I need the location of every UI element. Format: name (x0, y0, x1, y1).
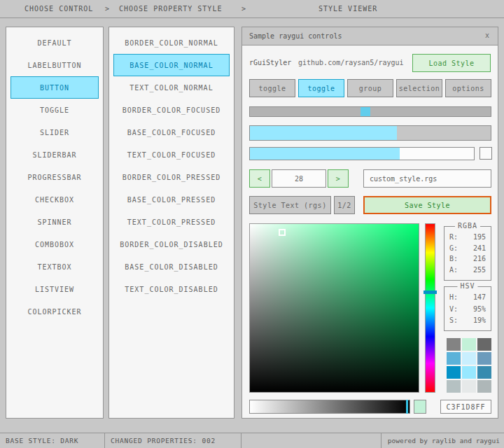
slider-handle[interactable] (360, 107, 370, 116)
app-name-label: rGuiStyler (249, 54, 291, 72)
control-list-item[interactable]: SPINNER (10, 211, 99, 233)
hsv-s-label: S: (449, 316, 458, 324)
rgba-r-label: R: (449, 233, 458, 241)
style-viewer-window: Sample raygui controls x rGuiStyler gith… (241, 27, 498, 419)
window-content: rGuiStyler github.com/raysan5/raygui Loa… (242, 46, 498, 418)
step-choose-property-style: CHOOSE PROPERTY STYLE (119, 0, 222, 18)
color-picker-cursor (279, 229, 286, 236)
toggle-button[interactable]: toggle (249, 79, 295, 97)
style-color-grid (447, 338, 491, 393)
window-titlebar[interactable]: Sample raygui controls x (242, 27, 498, 46)
sample-progress-bar (249, 125, 491, 141)
load-style-button[interactable]: Load Style (412, 54, 491, 72)
style-color-swatch (462, 352, 476, 365)
status-base-style: BASE STYLE: DARK (0, 433, 105, 448)
control-list-item[interactable]: LISTVIEW (10, 278, 99, 300)
style-text-button[interactable]: Style Text (rgs) (249, 196, 331, 214)
control-list-item[interactable]: TOGGLE (10, 99, 99, 121)
style-color-swatch (462, 380, 476, 393)
toggle-button-active[interactable]: toggle (298, 79, 344, 97)
step-style-viewer: STYLE VIEWER (318, 0, 377, 18)
spinner-increment-button[interactable]: > (328, 169, 349, 188)
property-list-item[interactable]: BASE_COLOR_FOCUSED (113, 121, 230, 144)
slider-bar-fill (250, 148, 400, 160)
controls-list-panel: DEFAULT LABELBUTTON BUTTON TOGGLE SLIDER… (6, 27, 104, 419)
step-choose-control: CHOOSE CONTROL (24, 0, 93, 18)
property-list-item-selected[interactable]: BASE_COLOR_NORMAL (113, 54, 230, 76)
hue-bar-handle[interactable] (424, 290, 437, 294)
control-list-item[interactable]: SLIDERBAR (10, 144, 99, 166)
hue-bar[interactable] (425, 223, 435, 393)
property-list-item[interactable]: TEXT_COLOR_NORMAL (113, 76, 230, 99)
style-color-swatch (447, 338, 461, 351)
hsv-s-value: 19% (473, 316, 486, 324)
control-list-item-selected[interactable]: BUTTON (10, 76, 99, 99)
save-style-button[interactable]: Save Style (363, 196, 491, 214)
control-list-item[interactable]: DEFAULT (10, 31, 99, 54)
hsv-v-value: 95% (473, 305, 486, 313)
property-list-item[interactable]: BORDER_COLOR_PRESSED (113, 166, 230, 188)
property-list-item[interactable]: BORDER_COLOR_DISABLED (113, 233, 230, 255)
window-title: Sample raygui controls (249, 27, 342, 45)
style-color-swatch (477, 366, 491, 379)
style-color-swatch (477, 338, 491, 351)
rguistyler-app: CHOOSE CONTROL > CHOOSE PROPERTY STYLE >… (0, 0, 504, 448)
control-list-item[interactable]: COMBOBOX (10, 233, 99, 255)
property-list-item[interactable]: TEXT_COLOR_PRESSED (113, 211, 230, 233)
options-toggle-button[interactable]: options (445, 79, 491, 97)
group-toggle-button[interactable]: group (347, 79, 393, 97)
control-list-item[interactable]: LABELBUTTON (10, 54, 99, 76)
control-list-item[interactable]: COLORPICKER (10, 300, 99, 323)
control-list-item[interactable]: TEXTBOX (10, 255, 99, 278)
rgba-a-row: A: 255 (444, 266, 491, 274)
rgba-a-label: A: (449, 266, 458, 274)
rgba-b-value: 216 (473, 255, 486, 262)
filename-input[interactable]: custom_style.rgs (363, 169, 491, 188)
hsv-groupbox: HSV H: 147 V: 95% S: 19% (444, 286, 491, 331)
rgba-g-label: G: (449, 244, 458, 252)
repo-link[interactable]: github.com/raysan5/raygui (298, 54, 404, 72)
rgba-b-label: B: (449, 255, 458, 262)
color-picker-panel[interactable] (249, 223, 419, 393)
selection-toggle-button[interactable]: selection (396, 79, 442, 97)
alpha-bar-marker (406, 400, 408, 414)
control-list-item[interactable]: CHECKBOX (10, 188, 99, 211)
top-step-bar: CHOOSE CONTROL > CHOOSE PROPERTY STYLE >… (0, 0, 504, 18)
alpha-bar[interactable] (249, 400, 410, 414)
properties-list-panel: BORDER_COLOR_NORMAL BASE_COLOR_NORMAL TE… (108, 27, 234, 419)
status-changed-properties: CHANGED PROPERTIES: 002 (105, 433, 241, 448)
rgba-b-row: B: 216 (444, 255, 491, 262)
sample-checkbox[interactable] (479, 147, 492, 160)
property-list-item[interactable]: BASE_COLOR_DISABLED (113, 255, 230, 278)
property-list-item[interactable]: TEXT_COLOR_DISABLED (113, 278, 230, 300)
property-list-item[interactable]: BORDER_COLOR_NORMAL (113, 31, 230, 54)
sample-slider[interactable] (249, 106, 491, 117)
property-list-item[interactable]: BORDER_COLOR_FOCUSED (113, 99, 230, 121)
hsv-h-value: 147 (473, 293, 486, 301)
sample-slider-bar[interactable] (249, 147, 475, 160)
rgba-r-row: R: 195 (444, 233, 491, 241)
style-color-swatch (477, 380, 491, 393)
hsv-h-row: H: 147 (444, 293, 491, 301)
close-icon[interactable]: x (481, 29, 493, 42)
style-color-swatch (447, 352, 461, 365)
spinner-value-field[interactable]: 28 (272, 169, 326, 188)
spinner-decrement-button[interactable]: < (249, 169, 270, 188)
style-color-swatch (477, 352, 491, 365)
property-list-item[interactable]: BASE_COLOR_PRESSED (113, 188, 230, 211)
progress-fill (250, 126, 397, 140)
rgba-groupbox: RGBA R: 195 G: 241 B: 216 A: 255 (444, 226, 491, 281)
control-list-item[interactable]: PROGRESSBAR (10, 166, 99, 188)
hsv-h-label: H: (449, 293, 458, 301)
rgba-g-value: 241 (473, 244, 486, 252)
style-color-swatch (447, 366, 461, 379)
style-color-swatch (462, 366, 476, 379)
hsv-title: HSV (457, 282, 477, 290)
current-color-swatch (414, 400, 426, 414)
rgba-title: RGBA (455, 222, 480, 230)
style-color-swatch (462, 338, 476, 351)
hex-color-input[interactable]: C3F1D8FF (440, 400, 491, 414)
property-list-item[interactable]: TEXT_COLOR_FOCUSED (113, 144, 230, 166)
page-indicator-button[interactable]: 1/2 (334, 196, 355, 214)
control-list-item[interactable]: SLIDER (10, 121, 99, 144)
